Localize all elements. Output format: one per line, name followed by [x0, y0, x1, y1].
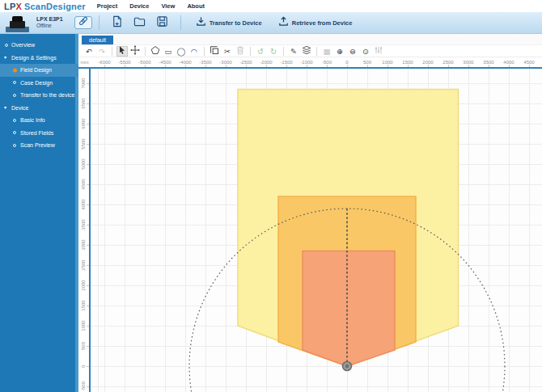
menu-item-project[interactable]: Project — [97, 2, 117, 10]
menu-bar: LPX ScanDesigner ProjectDeviceViewAbout — [0, 0, 542, 12]
v-ruler-tick — [87, 204, 89, 205]
h-ruler-tick — [468, 65, 469, 67]
zoom-in-button[interactable]: ⊕ — [334, 46, 345, 57]
app-logo: LPX ScanDesigner — [4, 2, 86, 11]
open-folder-icon — [133, 15, 146, 31]
sidebar-item-case-design[interactable]: Case Design — [0, 77, 78, 90]
h-ruler-label: -3000 — [219, 60, 231, 65]
v-ruler-tick — [87, 164, 89, 165]
sidebar-item-label: Stored Fields — [20, 130, 53, 136]
sidebar-item-stored-fields[interactable]: Stored Fields — [0, 127, 78, 140]
h-ruler-tick — [145, 65, 146, 67]
circle-tool-button[interactable]: ◯ — [176, 46, 187, 57]
h-ruler-label: -500 — [322, 60, 332, 65]
undo-button[interactable]: ↶ — [83, 46, 95, 57]
h-ruler-tick — [307, 65, 307, 67]
menu-item-about[interactable]: About — [187, 2, 205, 10]
h-ruler-label: 4000 — [503, 60, 514, 65]
v-ruler-label: 2500 — [81, 259, 86, 270]
h-ruler-label: -3500 — [199, 60, 211, 65]
open-project-button[interactable] — [130, 15, 150, 31]
h-ruler-label: -4000 — [179, 60, 191, 65]
trash-icon — [235, 45, 245, 57]
arc-tool-button[interactable]: ◠ — [188, 46, 200, 57]
connect-button[interactable] — [74, 16, 92, 29]
rotate-left-button[interactable]: ↺ — [255, 46, 266, 57]
sidebar-item-field-design[interactable]: Field Design — [0, 64, 78, 77]
zoom-fit-button[interactable]: ⊙ — [360, 46, 371, 57]
h-ruler-label: -1000 — [300, 60, 312, 65]
layers-button[interactable] — [301, 46, 312, 57]
cut-button[interactable]: ✂ — [222, 46, 233, 57]
v-ruler-label: 0 — [81, 365, 86, 367]
toolbar-separator — [112, 47, 112, 56]
copy-icon — [210, 45, 219, 57]
v-ruler-label: 3000 — [81, 239, 86, 250]
sidebar: Overview▾Design & SettingsField DesignCa… — [0, 34, 78, 392]
sidebar-item-overview[interactable]: Overview — [0, 39, 78, 52]
table-view-button: ▦ — [321, 46, 332, 57]
h-ruler-tick — [387, 65, 388, 67]
h-ruler-label: 2500 — [442, 60, 453, 65]
circle-bullet-icon — [13, 94, 16, 97]
h-ruler-label: 2000 — [422, 60, 433, 65]
rectangle-tool-button[interactable]: ▭ — [163, 46, 174, 57]
delete-button — [235, 46, 246, 57]
h-ruler-label: 1000 — [382, 60, 392, 65]
menu-item-view[interactable]: View — [161, 2, 175, 10]
h-ruler-label: 3500 — [483, 60, 493, 65]
field-design-canvas[interactable] — [91, 69, 542, 392]
rotate-right-button[interactable]: ↻ — [268, 46, 279, 57]
copy-button[interactable] — [209, 46, 220, 57]
device-bar: LPX E3P1 Offline — [0, 12, 542, 34]
sidebar-item-transfer-to-the-device[interactable]: Transfer to the device — [0, 89, 78, 102]
toolbar-separator — [283, 47, 284, 56]
edit-points-button[interactable]: ✎ — [288, 46, 299, 57]
sidebar-item-device[interactable]: ▾Device — [0, 102, 78, 115]
select-tool-button[interactable] — [116, 46, 128, 57]
pentagon-icon — [150, 45, 160, 57]
menu-item-device[interactable]: Device — [129, 2, 149, 10]
h-ruler-label: -1500 — [280, 60, 292, 65]
zoom-out-button[interactable]: ⊖ — [347, 46, 358, 57]
retrieve-label: Retrieve from Device — [292, 19, 353, 27]
sidebar-item-design-settings[interactable]: ▾Design & Settings — [0, 52, 78, 65]
cursor-icon — [117, 45, 127, 57]
new-project-button[interactable] — [108, 15, 127, 31]
menu-items: ProjectDeviceViewAbout — [97, 2, 205, 10]
h-ruler-label: -5500 — [118, 60, 130, 65]
view-settings-button — [373, 46, 384, 57]
save-project-button[interactable] — [153, 15, 172, 31]
v-ruler-tick — [87, 83, 89, 84]
sidebar-item-scan-preview[interactable]: Scan Preview — [0, 139, 78, 152]
danger-field[interactable] — [303, 251, 395, 367]
scanner-origin-dot — [345, 365, 349, 368]
v-ruler-label: 4500 — [81, 179, 86, 189]
h-ruler-tick — [509, 65, 510, 67]
sidebar-item-label: Basic Info — [20, 117, 45, 123]
h-ruler-tick — [408, 65, 409, 67]
h-ruler-tick — [529, 65, 530, 67]
h-ruler-tick — [367, 65, 368, 67]
circle-bullet-icon — [5, 44, 8, 47]
transfer-to-device-button[interactable]: Transfer to Device — [196, 15, 262, 30]
move-tool-button[interactable] — [129, 46, 141, 57]
h-ruler-tick — [266, 65, 267, 67]
v-ruler-tick — [87, 346, 89, 347]
sidebar-item-label: Device — [11, 105, 28, 111]
download-icon — [196, 15, 206, 30]
v-ruler-tick — [87, 184, 89, 185]
device-info: LPX E3P1 Offline — [36, 16, 63, 30]
h-ruler-tick — [125, 65, 125, 67]
v-ruler-tick — [87, 386, 89, 387]
sidebar-item-basic-info[interactable]: Basic Info — [0, 114, 78, 127]
logo-scandesigner: ScanDesigner — [24, 2, 86, 11]
tab-default[interactable]: default — [82, 36, 113, 44]
v-ruler-tick — [87, 144, 89, 145]
h-ruler-tick — [226, 65, 227, 67]
link-icon — [78, 15, 89, 30]
sidebar-item-label: Field Design — [20, 67, 52, 73]
sidebar-item-label: Scan Preview — [20, 142, 55, 148]
retrieve-from-device-button[interactable]: Retrieve from Device — [278, 15, 353, 30]
polygon-tool-button[interactable] — [150, 46, 161, 57]
